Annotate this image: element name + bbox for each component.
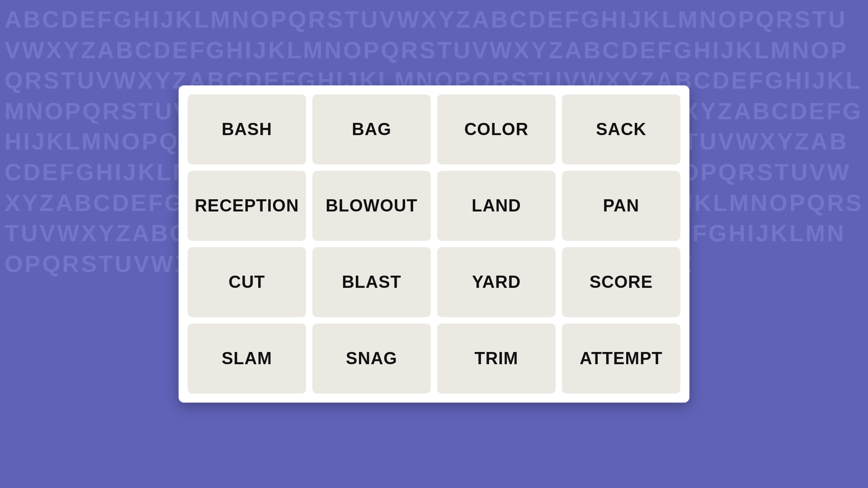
word-label-bag: BAG xyxy=(352,120,391,139)
word-grid: BASHBAGCOLORSACKRECEPTIONBLOWOUTLANDPANC… xyxy=(188,94,680,394)
word-cell-snag[interactable]: SNAG xyxy=(312,324,431,394)
word-cell-attempt[interactable]: ATTEMPT xyxy=(562,324,680,394)
word-label-cut: CUT xyxy=(228,272,265,292)
word-cell-score[interactable]: SCORE xyxy=(562,247,680,317)
word-label-blowout: BLOWOUT xyxy=(326,196,417,216)
word-cell-cut[interactable]: CUT xyxy=(188,247,306,317)
word-label-yard: YARD xyxy=(472,272,521,292)
word-cell-bash[interactable]: BASH xyxy=(188,94,306,164)
word-label-color: COLOR xyxy=(464,120,528,139)
word-label-reception: RECEPTION xyxy=(195,196,299,216)
word-label-trim: TRIM xyxy=(475,349,519,368)
word-label-score: SCORE xyxy=(590,272,653,292)
word-cell-color[interactable]: COLOR xyxy=(437,94,556,164)
word-cell-blowout[interactable]: BLOWOUT xyxy=(312,171,431,241)
word-grid-card: BASHBAGCOLORSACKRECEPTIONBLOWOUTLANDPANC… xyxy=(179,85,689,403)
word-cell-bag[interactable]: BAG xyxy=(312,94,431,164)
word-label-blast: BLAST xyxy=(342,272,401,292)
word-label-land: LAND xyxy=(472,196,521,216)
word-cell-trim[interactable]: TRIM xyxy=(437,324,556,394)
word-cell-pan[interactable]: PAN xyxy=(562,171,680,241)
word-label-pan: PAN xyxy=(603,196,639,216)
word-cell-sack[interactable]: SACK xyxy=(562,94,680,164)
word-label-attempt: ATTEMPT xyxy=(580,349,663,368)
word-cell-slam[interactable]: SLAM xyxy=(188,324,306,394)
word-cell-land[interactable]: LAND xyxy=(437,171,556,241)
word-label-bash: BASH xyxy=(222,120,272,139)
word-cell-yard[interactable]: YARD xyxy=(437,247,556,317)
word-label-sack: SACK xyxy=(596,120,646,139)
word-cell-blast[interactable]: BLAST xyxy=(312,247,431,317)
word-label-snag: SNAG xyxy=(346,349,397,368)
word-label-slam: SLAM xyxy=(222,349,272,368)
word-cell-reception[interactable]: RECEPTION xyxy=(188,171,306,241)
